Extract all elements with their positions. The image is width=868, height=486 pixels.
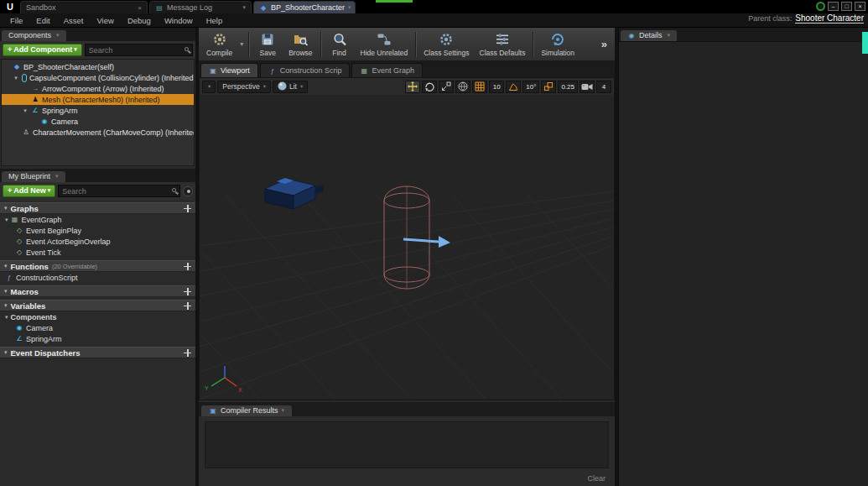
camera-speed-value[interactable]: 4 (596, 81, 611, 93)
graph-icon: ▦ (11, 216, 19, 223)
scale-snap-value[interactable]: 0.25 (558, 81, 578, 93)
expander-icon[interactable]: ▾ (22, 107, 29, 114)
list-item-camera[interactable]: ◉Camera (0, 322, 195, 333)
list-item-event-beginplay[interactable]: ◇Event BeginPlay (0, 225, 195, 236)
chevron-down-icon[interactable]: ▾ (56, 32, 60, 39)
hide-unrelated-button[interactable]: Hide Unrelated (356, 29, 413, 60)
section-header-graphs[interactable]: ▾Graphs (0, 202, 195, 214)
list-item-event-tick[interactable]: ◇Event Tick (0, 247, 195, 258)
viewport-panel: ▾ Perspective ▾ Lit ▾ (199, 77, 615, 400)
grid-snap-value[interactable]: 10 (489, 81, 504, 93)
lit-mode-button[interactable]: Lit ▾ (273, 81, 308, 93)
add-event-dispatchers-button[interactable] (184, 349, 191, 357)
menu-item-help[interactable]: Help (200, 16, 230, 25)
minimize-button[interactable]: – (828, 2, 839, 11)
add-graphs-button[interactable] (184, 205, 191, 212)
rotation-snap-value[interactable]: 10° (522, 81, 539, 93)
list-item-event-actorbeginoverlap[interactable]: ◇Event ActorBeginOverlap (0, 236, 195, 247)
scroll-indicator[interactable] (862, 32, 868, 54)
component-row-capsulecomponent[interactable]: ▾CapsuleComponent (CollisionCylinder) (I… (2, 72, 194, 83)
clear-button[interactable]: Clear (587, 474, 606, 483)
find-button[interactable]: Find (324, 29, 356, 60)
tab-message-log[interactable]: ▤ Message Log ▾ (149, 1, 252, 13)
tab-components[interactable]: Components ▾ (2, 30, 66, 41)
parent-class-link[interactable]: Shooter Character (795, 13, 864, 24)
add-functions-button[interactable] (184, 263, 191, 270)
tab-compiler-results[interactable]: ▣ Compiler Results ▾ (201, 405, 292, 416)
list-item-springarm[interactable]: ∠SpringArm (0, 333, 195, 344)
list-item-eventgraph[interactable]: ▾▦EventGraph (0, 214, 195, 225)
component-row-bp-shootercharacter-self[interactable]: ◆BP_ShooterCharacter(self) (2, 61, 194, 72)
simulation-button[interactable]: Simulation (536, 29, 580, 60)
viewport-tab-icon: ▣ (209, 67, 217, 75)
toolbar-overflow-chevron[interactable]: » (601, 38, 612, 50)
menu-item-view[interactable]: View (90, 16, 120, 25)
tab-sandbox[interactable]: Sandbox × (20, 1, 148, 13)
viewport-options-button[interactable]: ▾ (202, 81, 216, 93)
add-variables-button[interactable] (184, 302, 191, 310)
chevron-down-icon[interactable]: ▾ (282, 407, 285, 414)
item-label: Event BeginPlay (26, 227, 81, 235)
section-header-variables[interactable]: ▾Variables (0, 300, 195, 311)
grid-snap-toggle[interactable] (472, 81, 487, 93)
menu-item-window[interactable]: Window (158, 16, 200, 25)
maximize-button[interactable]: □ (841, 2, 852, 11)
browse-button[interactable]: Browse (283, 29, 317, 60)
section-header-functions[interactable]: ▾Functions(20 Overridable) (0, 260, 195, 272)
camera-speed-button[interactable] (580, 81, 595, 93)
chevron-down-icon: ▾ (263, 83, 266, 90)
components-tab-row: Components ▾ (0, 28, 195, 41)
tab-construction-scrip[interactable]: ƒConstruction Scrip (260, 63, 351, 77)
my-blueprint-search-input[interactable] (58, 185, 180, 197)
menu-item-file[interactable]: File (3, 16, 29, 25)
menu-item-debug[interactable]: Debug (121, 16, 158, 25)
coordinate-system-button[interactable] (455, 81, 470, 93)
menu-bar-items: FileEditAssetViewDebugWindowHelp (3, 16, 229, 25)
chevron-down-icon[interactable]: ▾ (348, 4, 351, 11)
component-row-mesh[interactable]: ♟Mesh (CharacterMesh0) (Inherited) (2, 94, 194, 105)
add-new-button[interactable]: +Add New ▾ (3, 185, 55, 197)
scale-tool-button[interactable] (439, 81, 454, 93)
rotate-tool-button[interactable] (422, 81, 437, 93)
rotation-snap-toggle[interactable] (506, 81, 521, 93)
add-macros-button[interactable] (184, 288, 191, 295)
add-component-button[interactable]: +Add Component ▾ (3, 44, 82, 56)
chevron-down-icon[interactable]: ▾ (55, 173, 59, 180)
item-label: SpringArm (26, 335, 62, 343)
chevron-down-icon[interactable]: ▾ (668, 32, 671, 39)
tab-event-graph[interactable]: ▦Event Graph (351, 63, 423, 77)
scale-snap-toggle[interactable] (541, 81, 556, 93)
perspective-button[interactable]: Perspective ▾ (217, 81, 271, 93)
tab-bp-shootercharacter[interactable]: ◆ BP_ShooterCharacter ▾ (253, 1, 356, 13)
save-button[interactable]: Save (252, 29, 283, 60)
tab-viewport[interactable]: ▣Viewport (200, 63, 258, 77)
class-settings-button[interactable]: Class Settings (418, 29, 474, 60)
compiler-icon: ▣ (209, 407, 217, 415)
menu-item-asset[interactable]: Asset (57, 16, 91, 25)
eye-filter-icon[interactable] (183, 186, 193, 196)
category-row-components[interactable]: ▾Components (0, 311, 195, 322)
chevron-down-icon[interactable]: ▾ (242, 4, 246, 11)
expander-icon[interactable]: ▾ (13, 75, 19, 81)
mesh-icon: ♟ (31, 96, 39, 103)
component-row-charactermovement[interactable]: ♙CharacterMovement (CharMoveComp) (Inher… (2, 127, 194, 138)
section-header-event-dispatchers[interactable]: ▾Event Dispatchers (0, 347, 195, 358)
tab-details[interactable]: ◉ Details ▾ (621, 30, 677, 41)
component-row-camera[interactable]: ◉Camera (2, 116, 194, 127)
tab-my-blueprint[interactable]: My Blueprint ▾ (2, 171, 65, 182)
compile-button[interactable]: Compile (201, 29, 237, 60)
viewport-canvas[interactable]: Y X (200, 95, 614, 400)
components-search-input[interactable] (85, 44, 193, 56)
component-row-arrowcomponent[interactable]: →ArrowComponent (Arrow) (Inherited) (2, 83, 194, 94)
section-header-macros[interactable]: ▾Macros (0, 285, 195, 297)
menu-item-edit[interactable]: Edit (29, 16, 56, 25)
close-window-button[interactable]: × (855, 2, 865, 11)
chevron-down-icon: ▾ (300, 83, 303, 90)
move-tool-button[interactable] (405, 81, 420, 93)
close-icon[interactable]: × (138, 4, 142, 12)
class-defaults-button[interactable]: Class Defaults (475, 29, 531, 60)
compile-options-caret[interactable]: ▾ (237, 29, 246, 60)
camera-icon: ◉ (15, 324, 23, 332)
component-row-springarm[interactable]: ▾∠SpringArm (2, 105, 194, 116)
list-item-constructionscript[interactable]: ƒConstructionScript (0, 272, 195, 283)
